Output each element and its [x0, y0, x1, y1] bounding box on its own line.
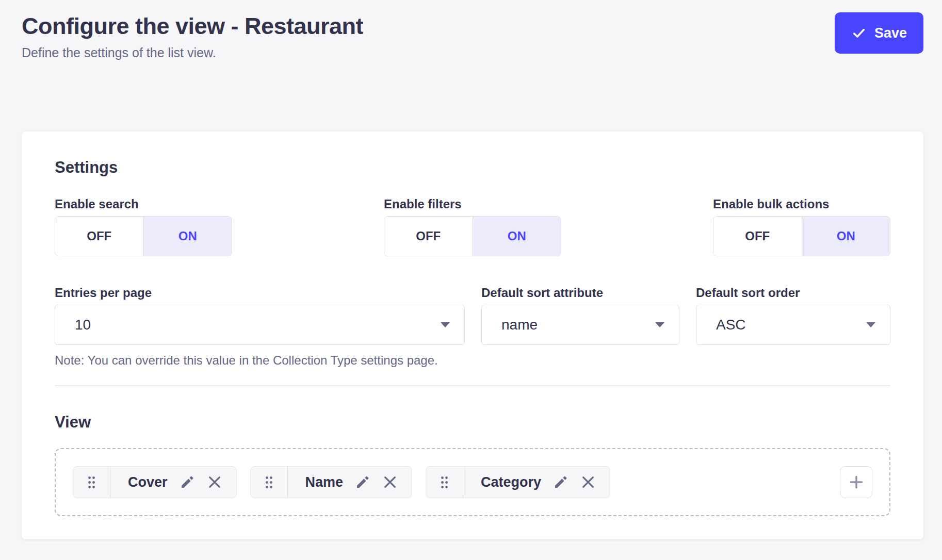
entries-per-page-select[interactable]: 10 — [55, 305, 465, 345]
page-subtitle: Define the settings of the list view. — [22, 45, 363, 60]
enable-search-field: Enable search OFF ON — [55, 196, 232, 256]
field-drop-zone: Cover — [55, 448, 890, 516]
pencil-icon — [553, 474, 569, 490]
settings-card: Settings Enable search OFF ON Enable fil… — [22, 131, 923, 539]
edit-field-button[interactable] — [355, 474, 370, 490]
enable-filters-label: Enable filters — [384, 196, 561, 212]
default-sort-attribute-select[interactable]: name — [481, 305, 679, 345]
enable-filters-field: Enable filters OFF ON — [384, 196, 561, 256]
entries-per-page-field: Entries per page 10 Note: You can overri… — [55, 285, 465, 368]
field-chip-cover[interactable]: Cover — [73, 466, 237, 498]
check-icon — [851, 25, 867, 41]
drag-handle[interactable] — [426, 467, 463, 498]
enable-bulk-actions-on-option[interactable]: ON — [802, 217, 890, 256]
entries-per-page-value: 10 — [75, 317, 91, 333]
field-chip-label: Name — [305, 474, 344, 490]
remove-field-button[interactable] — [580, 474, 596, 490]
chevron-down-icon — [655, 322, 664, 327]
enable-bulk-actions-toggle: OFF ON — [713, 216, 890, 256]
drag-handle[interactable] — [73, 467, 110, 498]
edit-field-button[interactable] — [180, 474, 195, 490]
section-divider — [55, 385, 890, 386]
default-sort-attribute-label: Default sort attribute — [481, 285, 679, 301]
enable-filters-toggle: OFF ON — [384, 216, 561, 256]
pencil-icon — [180, 474, 195, 490]
field-chip-category[interactable]: Category — [426, 466, 610, 498]
default-sort-order-value: ASC — [716, 317, 746, 333]
enable-filters-on-option[interactable]: ON — [473, 217, 561, 256]
default-sort-attribute-value: name — [501, 317, 538, 333]
drag-dots-icon — [440, 475, 449, 489]
add-field-button[interactable] — [840, 466, 872, 498]
edit-field-button[interactable] — [553, 474, 569, 490]
field-chip-label: Cover — [128, 474, 168, 490]
chip-body: Name — [288, 467, 412, 498]
selects-row: Entries per page 10 Note: You can overri… — [55, 285, 890, 368]
field-chip-label: Category — [481, 474, 541, 490]
page-title: Configure the view - Restaurant — [22, 12, 363, 40]
save-button[interactable]: Save — [835, 12, 923, 54]
default-sort-order-field: Default sort order ASC — [696, 285, 890, 368]
chevron-down-icon — [441, 322, 450, 327]
settings-heading: Settings — [55, 158, 890, 177]
drag-dots-icon — [265, 475, 273, 489]
enable-search-toggle: OFF ON — [55, 216, 232, 256]
default-sort-order-label: Default sort order — [696, 285, 890, 301]
enable-search-label: Enable search — [55, 196, 232, 212]
default-sort-order-select[interactable]: ASC — [696, 305, 890, 345]
field-chip-name[interactable]: Name — [250, 466, 413, 498]
plus-icon — [848, 473, 865, 491]
enable-bulk-actions-label: Enable bulk actions — [713, 196, 890, 212]
entries-per-page-label: Entries per page — [55, 285, 465, 301]
entries-per-page-note: Note: You can override this value in the… — [55, 353, 465, 368]
drag-handle[interactable] — [251, 467, 288, 498]
view-heading: View — [55, 413, 890, 432]
enable-bulk-actions-field: Enable bulk actions OFF ON — [713, 196, 890, 256]
close-icon — [382, 474, 398, 490]
default-sort-attribute-field: Default sort attribute name — [481, 285, 679, 368]
save-button-label: Save — [874, 25, 907, 41]
enable-search-on-option[interactable]: ON — [144, 217, 232, 256]
close-icon — [207, 474, 222, 490]
enable-bulk-actions-off-option[interactable]: OFF — [713, 217, 802, 256]
remove-field-button[interactable] — [207, 474, 222, 490]
drag-dots-icon — [87, 475, 96, 489]
chip-body: Cover — [110, 467, 236, 498]
remove-field-button[interactable] — [382, 474, 398, 490]
chevron-down-icon — [866, 322, 875, 327]
header-text: Configure the view - Restaurant Define t… — [22, 12, 363, 60]
chip-body: Category — [463, 467, 610, 498]
close-icon — [580, 474, 596, 490]
pencil-icon — [355, 474, 370, 490]
page-header: Configure the view - Restaurant Define t… — [0, 0, 942, 60]
enable-filters-off-option[interactable]: OFF — [384, 217, 473, 256]
enable-search-off-option[interactable]: OFF — [55, 217, 144, 256]
toggles-row: Enable search OFF ON Enable filters OFF … — [55, 196, 890, 256]
